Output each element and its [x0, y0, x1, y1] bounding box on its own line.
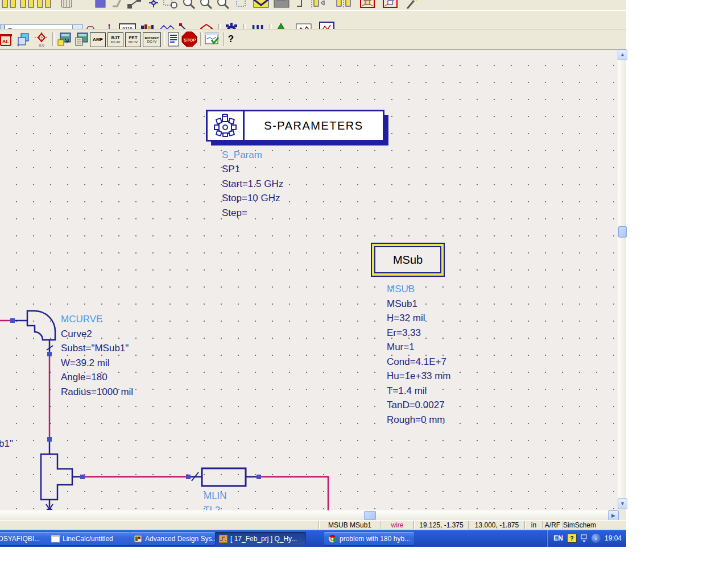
fet-icon[interactable]: FET DC IV — [125, 32, 141, 47]
gear-icon[interactable] — [223, 22, 240, 30]
mlin-name[interactable]: TL2 — [204, 505, 220, 510]
sim-settings-icon[interactable] — [204, 31, 221, 47]
tune-icon[interactable]: Ψ — [248, 21, 267, 30]
screen: ✓ Term ▼ 0110 VAR R=17 NAME — [0, 0, 728, 582]
mcurve-radius[interactable]: Radius=1000 mil — [61, 385, 133, 400]
msub-box-label: MSub — [374, 246, 441, 273]
msub-block[interactable]: MSub — [371, 243, 445, 277]
wire-label-icon[interactable]: NAME — [197, 22, 216, 30]
clock[interactable]: 19:04 — [605, 534, 622, 542]
sp-gear-cell — [208, 111, 245, 140]
msub-h[interactable]: H=32 mil — [387, 311, 425, 326]
sp-param-step[interactable]: Step= — [222, 206, 247, 221]
bjt-icon[interactable]: BJT DC-IV — [107, 32, 123, 47]
component-history-combo[interactable]: Term ▼ — [5, 24, 83, 30]
help-glyph: ? — [228, 34, 234, 45]
save-data-display-icon[interactable] — [315, 21, 336, 30]
taskbar-button-ads[interactable]: Advanced Design Sys... — [130, 532, 215, 545]
mlin-type[interactable]: MLIN — [204, 490, 227, 502]
msub-cond[interactable]: Cond=4.1E+7 — [387, 355, 446, 369]
taskbar-button-schematic-active[interactable]: [ 17_Feb_prj ] Q_Hy... — [215, 532, 306, 545]
taskbar-button-linecalc[interactable]: LineCalc/untitled — [47, 532, 130, 545]
s-parameters-block[interactable]: S-PARAMETERS — [206, 110, 384, 142]
taskbar-button-ads-main[interactable]: ADSYAFIQBI... — [0, 532, 49, 545]
bjt-label-top: BJT — [111, 36, 119, 40]
tray-app-icon[interactable]: ‹ — [592, 534, 601, 543]
origin-icon[interactable]: 0,0 — [33, 31, 50, 48]
simulate-icon[interactable] — [274, 22, 292, 30]
vertical-scrollbar[interactable]: ▲ ▼ — [618, 49, 626, 509]
pop-out-icon[interactable] — [73, 31, 90, 47]
help-icon[interactable]: ? — [225, 31, 237, 47]
mcurve-subst[interactable]: Subst="MSub1" — [61, 341, 129, 356]
sp-instance-type[interactable]: S_Param — [222, 148, 262, 163]
status-selected-component: MSUB MSub1 — [318, 521, 380, 529]
combo-value: Term — [5, 25, 72, 30]
clipped-icon[interactable]: ✓ — [0, 24, 5, 30]
svg-text:AL: AL — [2, 39, 9, 44]
stop-icon[interactable]: STOP — [181, 31, 198, 48]
scroll-right-button[interactable]: ▶ — [608, 510, 619, 521]
status-simulator: SimSchem — [562, 521, 597, 529]
combo-dropdown-button[interactable]: ▼ — [72, 25, 82, 30]
taskbar-button-browser[interactable]: problem with 180 hyb... — [324, 532, 414, 545]
scroll-down-button[interactable]: ▼ — [618, 498, 627, 509]
scroll-up-button[interactable]: ▲ — [618, 49, 627, 60]
library-icon[interactable] — [139, 22, 156, 30]
mcurve-w[interactable]: W=39.2 mil — [61, 356, 110, 371]
mlin-symbol — [202, 468, 246, 486]
mcurve-angle[interactable]: Angle=180 — [61, 370, 107, 385]
status-bar: MSUB MSub1 wire 19.125, -1.375 13.000, -… — [0, 520, 626, 530]
pop-hierarchy-icon — [274, 0, 289, 7]
mcurve-name[interactable]: Curve2 — [61, 327, 92, 342]
amp-icon[interactable]: AMP — [90, 32, 106, 47]
copy-icon[interactable] — [15, 31, 32, 47]
system-tray: EN ? ‹ 19:04 — [547, 530, 626, 547]
mosfet-icon[interactable]: MOSFET DC-IV — [143, 32, 161, 47]
deactivate2-icon — [383, 0, 397, 7]
sp-gear-icon — [212, 114, 238, 138]
taskbar-button-label: problem with 180 hyb... — [340, 535, 410, 543]
sp-param-stop[interactable]: Stop=10 GHz — [222, 191, 280, 206]
sp-instance-name[interactable]: SP1 — [222, 162, 240, 177]
deactivate-icon — [361, 0, 374, 7]
toolbar-row-insert: ✓ Term ▼ 0110 VAR R=17 NAME — [0, 11, 626, 30]
msub-type[interactable]: MSUB — [387, 282, 415, 297]
toolbar-top-icons[interactable] — [0, 0, 626, 10]
netlist-icon[interactable] — [166, 31, 181, 47]
status-cursor-coords: 19.125, -1.375 — [413, 521, 469, 529]
windows-taskbar: ADSYAFIQBI... LineCalc/untitled Advanced… — [0, 530, 626, 547]
msub-name[interactable]: MSub1 — [387, 297, 417, 311]
mtee-symbol — [41, 454, 72, 500]
wire-icon[interactable] — [177, 22, 195, 30]
sp-param-start[interactable]: Start=1.5 GHz — [222, 177, 283, 192]
language-indicator[interactable]: EN — [553, 534, 563, 542]
port-icon[interactable] — [83, 23, 100, 30]
mcurve-type[interactable]: MCURVE — [61, 312, 102, 327]
msub-mur[interactable]: Mur=1 — [387, 340, 415, 355]
msub-tand[interactable]: TanD=0.0027 — [387, 398, 445, 413]
push-into-icon[interactable] — [56, 31, 73, 47]
horizontal-scrollbar[interactable]: ▶ — [0, 510, 618, 520]
vertical-scroll-thumb[interactable] — [618, 226, 627, 238]
var-icon[interactable]: 0110 VAR — [118, 23, 136, 30]
param-display-icon[interactable]: R=17 — [158, 22, 176, 30]
ground-icon[interactable] — [101, 23, 117, 30]
restore-toolbar-icon[interactable] — [581, 534, 588, 542]
ads-application-window: ✓ Term ▼ 0110 VAR R=17 NAME — [0, 0, 626, 547]
language-help-icon[interactable]: ? — [567, 534, 577, 543]
data-display-icon[interactable] — [295, 22, 313, 30]
schematic-canvas[interactable]: S-PARAMETERS S_Param SP1 Start=1.5 GHz S… — [0, 49, 618, 510]
msub-t[interactable]: T=1.4 mil — [387, 384, 427, 398]
rotate-icon — [297, 0, 306, 6]
edge-text-fragment[interactable]: b1" — [0, 438, 13, 450]
delete-all-icon[interactable]: AL — [0, 31, 14, 47]
msub-er[interactable]: Er=3.33 — [387, 326, 421, 340]
horizontal-scroll-thumb[interactable] — [364, 511, 376, 520]
taskbar-button-label: Advanced Design Sys... — [145, 535, 215, 543]
status-tech: A/RF — [542, 521, 562, 529]
msub-hu[interactable]: Hu=1e+33 mm — [387, 369, 450, 384]
cylinder-icon — [61, 0, 72, 7]
sp-title: S-PARAMETERS — [245, 111, 383, 140]
msub-rough[interactable]: Rough=0 mm — [387, 413, 445, 427]
